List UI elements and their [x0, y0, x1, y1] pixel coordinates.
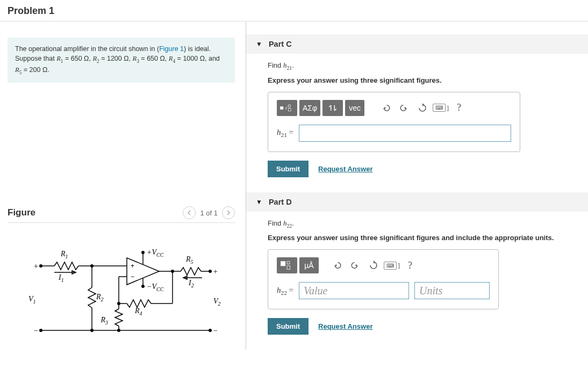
svg-text:−: − — [213, 327, 218, 335]
help-button[interactable]: ? — [451, 100, 467, 115]
keyboard-button[interactable]: ⌨ ] — [433, 100, 448, 115]
svg-text:−: − — [34, 327, 38, 335]
svg-marker-63 — [374, 261, 375, 264]
problem-title: Problem 1 — [8, 5, 580, 17]
part-d-lhs: h22 = — [277, 286, 293, 296]
part-d-request-answer-link[interactable]: Request Answer — [318, 322, 372, 330]
svg-point-44 — [209, 270, 212, 273]
svg-rect-53 — [289, 105, 291, 107]
part-c-request-answer-link[interactable]: Request Answer — [318, 165, 372, 173]
part-c-instruction: Express your answer using three signific… — [268, 76, 588, 84]
svg-text:+: + — [131, 262, 134, 270]
svg-text:R2: R2 — [96, 293, 104, 302]
svg-point-25 — [141, 285, 145, 288]
var-r5: R — [15, 66, 19, 74]
subscript-button[interactable] — [322, 100, 343, 116]
svg-rect-54 — [289, 108, 291, 111]
figure-prev-button[interactable] — [183, 206, 196, 219]
svg-marker-57 — [422, 103, 424, 106]
templates-button[interactable]: √ — [277, 100, 297, 116]
help-button[interactable]: ? — [403, 258, 418, 273]
part-d-title: Part D — [269, 198, 292, 206]
caret-down-icon: ▼ — [256, 40, 262, 48]
svg-text:V1: V1 — [28, 295, 36, 305]
svg-text:I2: I2 — [188, 279, 194, 288]
part-d-instruction: Express your answer using three signific… — [268, 234, 588, 242]
keyboard-button[interactable]: ⌨ ] — [384, 258, 399, 273]
svg-rect-59 — [287, 262, 290, 264]
figure-pager-label: 1 of 1 — [200, 209, 218, 217]
reset-button[interactable] — [415, 100, 430, 115]
part-d-answer-box: µÅ ⌨ ] ? h22 = Value Units — [268, 249, 499, 309]
units-button[interactable]: µÅ — [299, 257, 319, 273]
part-c-lhs: h21 = — [277, 128, 293, 138]
svg-rect-60 — [287, 266, 290, 270]
keyboard-icon: ⌨ — [433, 104, 446, 112]
figure-next-button[interactable] — [222, 206, 235, 219]
figure-heading-row: Figure 1 of 1 — [8, 206, 235, 223]
part-d-submit-button[interactable]: Submit — [268, 318, 309, 335]
svg-text:√: √ — [285, 106, 288, 111]
figure-link[interactable]: Figure 1 — [159, 45, 184, 53]
figure-body: + − V1 R1 I1 — [8, 223, 235, 338]
problem-header: Problem 1 — [0, 0, 588, 21]
keyboard-icon: ⌨ — [384, 262, 397, 270]
greek-button[interactable]: ΑΣφ — [299, 100, 320, 116]
svg-text:V2: V2 — [213, 297, 221, 307]
undo-button[interactable] — [378, 100, 393, 115]
templates-button[interactable] — [277, 257, 297, 273]
svg-rect-51 — [281, 106, 283, 109]
circuit-diagram: + − V1 R1 I1 — [22, 244, 221, 338]
var-r1: R — [56, 55, 61, 62]
caret-down-icon: ▼ — [256, 198, 262, 206]
part-d-toolbar: µÅ ⌨ ] ? — [277, 257, 490, 273]
problem-statement: The operational amplifier in the circuit… — [8, 38, 235, 83]
left-column: The operational amplifier in the circuit… — [0, 21, 246, 350]
part-c-answer-input[interactable] — [299, 125, 511, 142]
svg-rect-58 — [281, 262, 285, 266]
svg-point-22 — [141, 251, 145, 254]
part-c-header[interactable]: ▼ Part C — [246, 34, 588, 54]
part-d-value-input[interactable]: Value — [299, 282, 409, 299]
part-c-title: Part C — [269, 40, 292, 48]
svg-point-50 — [117, 329, 120, 332]
part-c: ▼ Part C Find h21. Express your answer u… — [246, 34, 588, 177]
svg-text:−: − — [131, 273, 134, 280]
svg-text:I1: I1 — [58, 273, 64, 283]
svg-point-45 — [209, 329, 212, 332]
part-d-units-input[interactable]: Units — [414, 282, 490, 299]
vec-button[interactable]: vec — [345, 100, 364, 116]
reset-button[interactable] — [366, 258, 381, 273]
part-c-prompt: Find h21. — [268, 61, 588, 71]
var-r2: R — [92, 55, 97, 62]
part-c-toolbar: √ ΑΣφ vec — [277, 100, 511, 116]
part-d-prompt: Find h22. — [268, 219, 588, 229]
undo-button[interactable] — [329, 258, 345, 273]
figure-heading: Figure — [8, 207, 35, 218]
svg-text:R3: R3 — [100, 316, 108, 326]
svg-text:R5: R5 — [185, 255, 193, 265]
right-column: ▼ Part C Find h21. Express your answer u… — [246, 21, 588, 350]
svg-text:R1: R1 — [60, 250, 68, 259]
svg-text:R4: R4 — [134, 307, 142, 316]
redo-button[interactable] — [397, 100, 412, 115]
svg-text:+: + — [34, 262, 38, 270]
redo-button[interactable] — [348, 258, 363, 273]
stem-text: The operational amplifier in the circuit… — [15, 45, 159, 53]
part-d: ▼ Part D Find h22. Express your answer u… — [246, 192, 588, 335]
svg-point-49 — [90, 329, 94, 332]
part-c-answer-box: √ ΑΣφ vec — [268, 92, 520, 152]
svg-text:+: + — [213, 268, 218, 276]
part-d-header[interactable]: ▼ Part D — [246, 192, 588, 212]
figure-pager: 1 of 1 — [183, 206, 235, 219]
part-c-submit-button[interactable]: Submit — [268, 161, 309, 177]
svg-text:+VCC: +VCC — [147, 248, 164, 258]
svg-text:−VCC: −VCC — [147, 283, 164, 292]
